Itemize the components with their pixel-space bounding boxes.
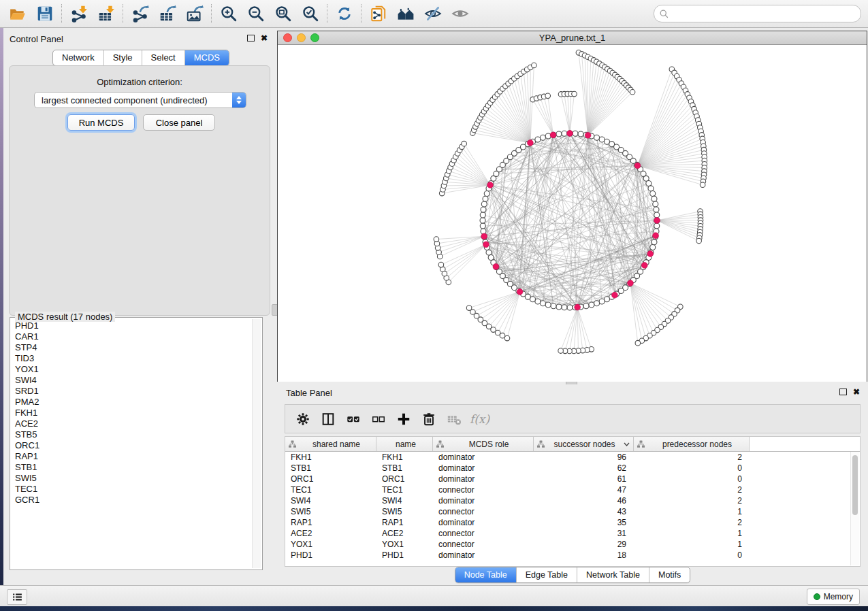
mcds-result-item[interactable]: GCR1 <box>12 495 251 506</box>
add-column-button[interactable] <box>393 408 414 429</box>
mcds-result-item[interactable]: TEC1 <box>12 484 251 495</box>
save-session-button[interactable] <box>31 2 59 25</box>
network-titlebar[interactable]: YPA_prune.txt_1 <box>278 31 867 45</box>
column-header-MCDS-role[interactable]: MCDS role <box>433 437 534 451</box>
main-toolbar <box>0 0 868 28</box>
table-row[interactable]: PHD1PHD1dominator180 <box>285 550 860 561</box>
search-input[interactable] <box>669 8 861 19</box>
table-row[interactable]: FKH1FKH1dominator962 <box>285 452 860 463</box>
deselect-all-button[interactable] <box>368 408 389 429</box>
cell-name: ACE2 <box>376 529 433 538</box>
zoom-in-button[interactable] <box>215 2 242 25</box>
tree-icon <box>536 440 545 448</box>
cell-predecessor-nodes: 0 <box>634 463 750 473</box>
show-panels-button[interactable] <box>447 2 474 25</box>
import-table-button[interactable] <box>93 2 120 25</box>
memory-button[interactable]: Memory <box>807 589 860 605</box>
cell-predecessor-nodes: 1 <box>634 540 750 549</box>
cell-mcds-role: dominator <box>433 496 534 506</box>
tab-network-table[interactable]: Network Table <box>577 567 649 582</box>
export-table-button[interactable] <box>154 2 181 25</box>
cell-successor-nodes: 96 <box>534 452 634 462</box>
delete-column-button[interactable] <box>418 408 439 429</box>
table-row[interactable]: STB1STB1dominator620 <box>285 463 860 474</box>
search-box[interactable] <box>654 5 861 22</box>
float-panel-icon[interactable] <box>247 35 255 42</box>
tab-style[interactable]: Style <box>104 50 142 65</box>
column-header-shared-name[interactable]: shared name <box>285 437 376 451</box>
table-settings-button[interactable] <box>292 408 313 429</box>
table-row[interactable]: ORC1ORC1dominator610 <box>285 474 860 484</box>
table-row[interactable]: YOX1YOX1connector291 <box>285 539 860 550</box>
table-scrollbar[interactable] <box>850 452 859 565</box>
mcds-result-item[interactable]: RAP1 <box>12 451 251 462</box>
run-mcds-button[interactable]: Run MCDS <box>67 114 135 131</box>
hide-panels-button[interactable] <box>419 2 447 25</box>
table-row[interactable]: RAP1RAP1dominator352 <box>285 517 860 528</box>
mcds-result-item[interactable]: TID3 <box>12 353 251 364</box>
select-all-button[interactable] <box>342 408 364 429</box>
mcds-list-scrollbar[interactable] <box>252 319 261 568</box>
tab-node-table[interactable]: Node Table <box>455 567 517 582</box>
mcds-result-item[interactable]: STB1 <box>12 462 251 473</box>
clone-network-button[interactable] <box>365 2 392 25</box>
column-header-successor-nodes[interactable]: successor nodes <box>534 437 634 451</box>
cell-mcds-role: connector <box>433 540 534 549</box>
network-canvas-svg[interactable] <box>278 45 867 382</box>
mcds-result-item[interactable]: SRD1 <box>12 386 251 397</box>
mcds-result-list[interactable]: PHD1CAR1STP4TID3YOX1SWI4SRD1PMA2FKH1ACE2… <box>12 320 251 568</box>
mcds-result-item[interactable]: YOX1 <box>12 364 251 375</box>
export-network-button[interactable] <box>127 2 154 25</box>
optimization-criterion-label: Optimization criterion: <box>10 77 270 87</box>
network-home-button[interactable] <box>392 2 419 25</box>
eye-icon <box>451 5 469 22</box>
table-scrollbar-thumb[interactable] <box>852 455 858 515</box>
tab-motifs[interactable]: Motifs <box>649 567 690 582</box>
mcds-result-item[interactable]: SWI5 <box>12 473 251 484</box>
column-header-name[interactable]: name <box>376 437 433 451</box>
table-row[interactable]: ACE2ACE2connector311 <box>285 528 860 539</box>
function-builder-button: f(x) <box>468 408 489 429</box>
table-panel-title: Table Panel <box>286 388 332 398</box>
import-network-button[interactable] <box>65 2 93 25</box>
table-row[interactable]: SWI4SWI4dominator462 <box>285 495 860 506</box>
mcds-result-item[interactable]: PHD1 <box>12 320 251 331</box>
tab-select[interactable]: Select <box>142 50 185 65</box>
mcds-result-item[interactable]: ORC1 <box>12 440 251 451</box>
mcds-result-item[interactable]: SWI4 <box>12 375 251 386</box>
close-panel-icon[interactable]: ✖ <box>261 35 268 42</box>
mcds-result-item[interactable]: CAR1 <box>12 331 251 342</box>
zoom-out-button[interactable] <box>242 2 270 25</box>
optimization-criterion-dropdown[interactable]: largest connected component (undirected) <box>34 92 246 108</box>
toolbar-separator <box>211 4 212 23</box>
houses-icon <box>397 5 415 22</box>
cell-name: YOX1 <box>376 540 433 549</box>
table-row[interactable]: SWI5SWI5connector431 <box>285 506 860 517</box>
open-file-button[interactable] <box>4 2 31 25</box>
mcds-result-item[interactable]: STB5 <box>12 429 251 440</box>
cell-name: ORC1 <box>376 474 433 484</box>
zoom-selected-button[interactable] <box>297 2 324 25</box>
close-table-panel-icon[interactable]: ✖ <box>853 389 860 395</box>
export-image-button[interactable] <box>181 2 208 25</box>
column-label: successor nodes <box>545 440 624 449</box>
toolbar-separator <box>61 4 63 23</box>
tab-edge-table[interactable]: Edge Table <box>517 567 577 582</box>
cell-name: TEC1 <box>376 485 433 495</box>
table-row[interactable]: TEC1TEC1connector472 <box>285 484 860 495</box>
float-table-panel-icon[interactable] <box>839 389 847 395</box>
tab-network[interactable]: Network <box>53 50 104 65</box>
mcds-result-item[interactable]: FKH1 <box>12 408 251 418</box>
refresh-button[interactable] <box>331 2 358 25</box>
cell-successor-nodes: 35 <box>534 518 634 527</box>
mcds-result-item[interactable]: ACE2 <box>12 418 251 429</box>
column-header-predecessor-nodes[interactable]: predecessor nodes <box>634 437 750 451</box>
close-panel-button[interactable]: Close panel <box>143 114 215 131</box>
tab-mcds[interactable]: MCDS <box>185 50 229 65</box>
show-columns-button[interactable] <box>317 408 338 429</box>
dropdown-value: largest connected component (undirected) <box>35 95 232 105</box>
task-history-button[interactable] <box>7 589 27 605</box>
mcds-result-item[interactable]: STP4 <box>12 342 251 353</box>
zoom-fit-button[interactable] <box>270 2 297 25</box>
mcds-result-item[interactable]: PMA2 <box>12 397 251 408</box>
